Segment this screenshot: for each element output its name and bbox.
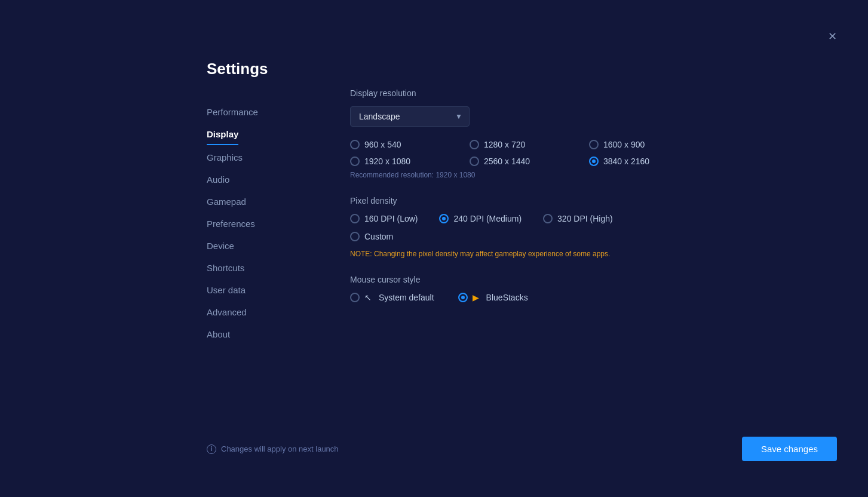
cursor-option-system[interactable]: ↖ System default [350,293,434,302]
dpi-option-320[interactable]: 320 DPI (High) [543,214,613,223]
pixel-density-label: Pixel density [350,196,868,205]
dpi-option-240[interactable]: 240 DPI (Medium) [439,214,522,223]
sidebar-item-advanced[interactable]: Advanced [207,302,314,322]
resolution-option-1920x1080[interactable]: 1920 x 1080 [350,157,470,166]
mouse-cursor-section: Mouse cursor style ↖ System default ▶ Bl… [350,275,868,302]
settings-title: Settings [207,60,314,78]
sidebar-item-gamepad[interactable]: Gamepad [207,192,314,211]
pixel-density-section: Pixel density 160 DPI (Low) 240 DPI (Med… [350,196,868,258]
mouse-cursor-grid: ↖ System default ▶ BlueStacks [350,293,868,302]
resolution-option-3840x2160[interactable]: 3840 x 2160 [589,157,708,166]
system-cursor-icon: ↖ [364,293,372,302]
pixel-density-note: NOTE: Changing the pixel density may aff… [350,250,868,258]
footer-note: i Changes will apply on next launch [207,444,339,454]
sidebar: Settings Performance Display Graphics Au… [207,60,314,346]
dpi-option-custom[interactable]: Custom [350,232,868,241]
sidebar-item-about[interactable]: About [207,324,314,344]
resolution-option-2560x1440[interactable]: 2560 x 1440 [470,157,589,166]
footer: i Changes will apply on next launch Save… [207,437,837,461]
recommended-resolution-text: Recommended resolution: 1920 x 1080 [350,171,868,179]
sidebar-item-preferences[interactable]: Preferences [207,214,314,234]
orientation-dropdown[interactable]: Landscape Portrait [350,106,470,127]
sidebar-item-graphics[interactable]: Graphics [207,148,314,167]
display-resolution-section: Display resolution Landscape Portrait ▼ … [350,88,868,179]
orientation-dropdown-wrapper: Landscape Portrait ▼ [350,106,470,127]
sidebar-item-user-data[interactable]: User data [207,280,314,300]
pixel-density-grid: 160 DPI (Low) 240 DPI (Medium) 320 DPI (… [350,214,868,223]
resolution-option-960x540[interactable]: 960 x 540 [350,140,470,149]
save-changes-button[interactable]: Save changes [742,437,837,461]
dpi-option-160[interactable]: 160 DPI (Low) [350,214,418,223]
cursor-option-bluestacks[interactable]: ▶ BlueStacks [458,293,528,302]
resolution-option-1600x900[interactable]: 1600 x 900 [589,140,708,149]
mouse-cursor-label: Mouse cursor style [350,275,868,284]
close-button[interactable]: ✕ [828,31,837,42]
info-icon: i [207,444,216,454]
sidebar-item-display[interactable]: Display [207,124,238,145]
footer-note-text: Changes will apply on next launch [221,444,339,453]
sidebar-item-device[interactable]: Device [207,236,314,256]
resolution-option-1280x720[interactable]: 1280 x 720 [470,140,589,149]
main-content: Display resolution Landscape Portrait ▼ … [314,60,868,346]
display-resolution-label: Display resolution [350,88,868,98]
sidebar-item-performance[interactable]: Performance [207,102,314,122]
sidebar-item-shortcuts[interactable]: Shortcuts [207,258,314,278]
bluestacks-cursor-icon: ▶ [473,293,479,302]
sidebar-item-audio[interactable]: Audio [207,170,314,189]
resolution-grid: 960 x 540 1280 x 720 1600 x 900 1920 x 1… [350,140,868,166]
